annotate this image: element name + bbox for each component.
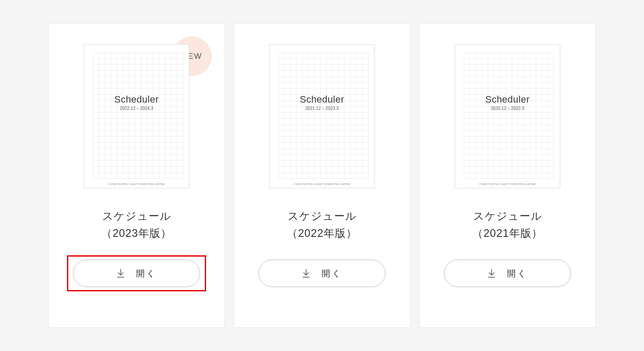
card-title-line2: （2023年版） — [101, 224, 172, 242]
thumbnail-label: Scheduler 2020.12 – 2022.3 — [455, 94, 560, 111]
scheduler-thumbnail: Scheduler 2022.12 – 2024.3 © 2022 FUJITS… — [84, 44, 189, 188]
card-title-line2: （2021年版） — [472, 224, 543, 242]
scheduler-card-2023: NEW Scheduler 2022.12 – 2024.3 © 2022 FU… — [48, 23, 225, 328]
thumbnail-copyright: © 2022 FUJITSU CLIENT COMPUTING LIMITED — [84, 183, 189, 185]
open-button-wrap: 開く — [258, 260, 386, 287]
open-button[interactable]: 開く — [444, 260, 571, 287]
scheduler-card-2022: Scheduler 2021.12 – 2023.3 © 2021 FUJITS… — [234, 23, 410, 328]
scheduler-card-2021: Scheduler 2020.12 – 2022.3 © 2020 FUJITS… — [419, 23, 596, 328]
open-button-wrap: 開く — [73, 260, 200, 287]
thumbnail-copyright: © 2020 FUJITSU CLIENT COMPUTING LIMITED — [455, 183, 560, 185]
thumbnail-date-range: 2022.12 – 2024.3 — [84, 106, 189, 111]
thumbnail-grid — [93, 52, 184, 179]
open-button-label: 開く — [136, 268, 157, 279]
thumbnail-grid — [278, 52, 369, 179]
thumbnail-title: Scheduler — [84, 94, 189, 105]
thumbnail-date-range: 2021.12 – 2023.3 — [270, 106, 374, 111]
card-title-line1: スケジュール — [472, 207, 543, 224]
thumbnail-grid — [464, 52, 555, 179]
thumbnail-date-range: 2020.12 – 2022.3 — [455, 106, 560, 111]
thumbnail-title: Scheduler — [270, 94, 374, 105]
open-button[interactable]: 開く — [258, 260, 386, 287]
card-title: スケジュール （2022年版） — [287, 207, 357, 242]
open-button-label: 開く — [322, 268, 342, 279]
thumbnail-label: Scheduler 2022.12 – 2024.3 — [84, 94, 189, 111]
download-icon — [487, 269, 496, 278]
download-icon — [116, 269, 125, 278]
open-button-label: 開く — [507, 268, 528, 279]
card-title-line1: スケジュール — [287, 207, 357, 224]
download-icon — [302, 269, 310, 278]
thumbnail-label: Scheduler 2021.12 – 2023.3 — [270, 94, 374, 111]
scheduler-thumbnail: Scheduler 2020.12 – 2022.3 © 2020 FUJITS… — [455, 44, 560, 188]
scheduler-thumbnail: Scheduler 2021.12 – 2023.3 © 2021 FUJITS… — [269, 44, 375, 188]
thumbnail-title: Scheduler — [455, 94, 560, 105]
open-button[interactable]: 開く — [73, 260, 200, 287]
card-title-line1: スケジュール — [101, 207, 172, 224]
cards-row: NEW Scheduler 2022.12 – 2024.3 © 2022 FU… — [48, 23, 596, 328]
card-title: スケジュール （2023年版） — [101, 207, 172, 242]
open-button-wrap: 開く — [444, 260, 571, 287]
card-title-line2: （2022年版） — [287, 224, 357, 242]
card-title: スケジュール （2021年版） — [472, 207, 543, 242]
thumbnail-copyright: © 2021 FUJITSU CLIENT COMPUTING LIMITED — [270, 183, 374, 185]
